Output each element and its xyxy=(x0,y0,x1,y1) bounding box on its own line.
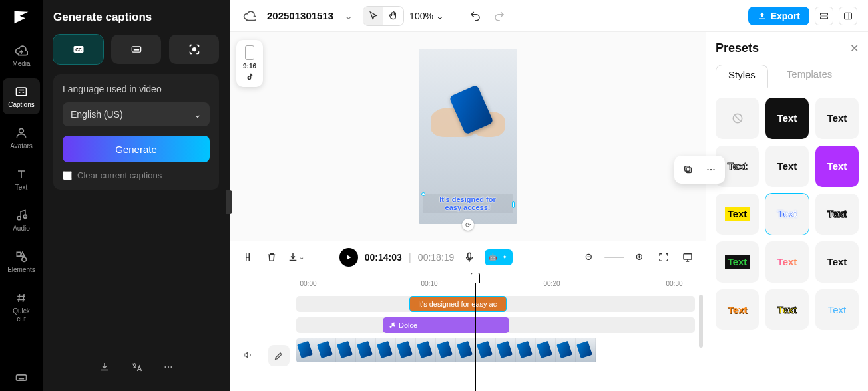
preset-style[interactable]: Text xyxy=(815,289,859,330)
clear-captions-row[interactable]: Clear current captions xyxy=(63,170,210,180)
caption-clip[interactable]: | It's designed for easy ac xyxy=(409,296,507,312)
refresh-icon[interactable]: ⟳ xyxy=(462,219,474,231)
ai-tools[interactable]: 🤖 ✦ xyxy=(485,249,513,265)
language-select[interactable]: English (US) ⌄ xyxy=(63,102,210,126)
fit-icon[interactable] xyxy=(655,249,672,266)
main-area: 202501301513 ⌄ 100% ⌄ Export 9:16 xyxy=(230,0,868,391)
subtab-scan[interactable] xyxy=(169,35,219,64)
preset-style[interactable]: Text xyxy=(815,146,859,187)
layout-icon[interactable] xyxy=(815,7,833,25)
preset-style[interactable]: Text xyxy=(765,289,809,330)
audio-track[interactable]: Dolce xyxy=(296,317,695,333)
caption-text: It's designed foreasy access! xyxy=(425,196,511,211)
rail-text[interactable]: Text xyxy=(3,161,40,197)
rail-captions[interactable]: Captions xyxy=(3,78,40,114)
rail-avatars[interactable]: Avatars xyxy=(3,120,40,156)
floating-toolbar xyxy=(674,156,725,184)
caption-track[interactable]: | It's designed for easy ac xyxy=(296,296,695,312)
volume-icon[interactable] xyxy=(239,346,256,364)
ratio-icon xyxy=(245,45,254,60)
hand-tool[interactable] xyxy=(383,7,403,25)
tab-templates[interactable]: Templates xyxy=(784,65,835,88)
caption-selection[interactable]: It's designed foreasy access! xyxy=(423,194,513,213)
play-button[interactable] xyxy=(339,248,358,267)
audio-clip[interactable]: Dolce xyxy=(383,317,509,333)
preset-style[interactable]: Text xyxy=(716,289,759,330)
preset-style[interactable]: Text xyxy=(765,146,809,187)
duplicate-icon[interactable] xyxy=(678,160,698,180)
app-logo xyxy=(12,8,31,27)
pointer-tool[interactable] xyxy=(363,7,383,25)
video-track[interactable] xyxy=(296,338,695,362)
svg-rect-26 xyxy=(684,253,692,259)
nav-rail: Media Captions Avatars Text Audio Elemen… xyxy=(0,0,43,391)
subtab-cc[interactable]: CC xyxy=(53,35,103,64)
more-icon[interactable] xyxy=(160,359,176,375)
preset-style[interactable]: Text xyxy=(716,241,759,283)
timeline[interactable]: 00:00 00:10 00:20 00:30 | It's designed … xyxy=(230,273,706,391)
ruler-tick-label: 00:20 xyxy=(543,280,560,287)
panel-toggle-icon[interactable] xyxy=(839,7,857,25)
preset-style[interactable]: Text xyxy=(815,241,859,283)
svg-point-27 xyxy=(390,326,392,328)
close-icon[interactable]: ✕ xyxy=(850,42,859,55)
topbar: 202501301513 ⌄ 100% ⌄ Export xyxy=(230,0,868,32)
export-button[interactable]: Export xyxy=(748,7,809,25)
tab-styles[interactable]: Styles xyxy=(716,65,768,88)
svg-point-22 xyxy=(713,169,714,170)
ratio-card[interactable]: 9:16 xyxy=(236,40,263,87)
svg-point-11 xyxy=(192,48,196,51)
delete-icon[interactable] xyxy=(263,249,280,266)
svg-point-14 xyxy=(170,366,172,368)
keyboard-icon[interactable] xyxy=(8,364,35,391)
download-icon[interactable] xyxy=(97,359,112,375)
mic-icon[interactable] xyxy=(461,249,478,266)
svg-point-5 xyxy=(22,257,27,262)
panel-collapse-handle[interactable] xyxy=(226,190,232,214)
canvas-viewport[interactable]: 9:16 It's designed foreasy access! ⟳ xyxy=(230,32,706,241)
selection-handle[interactable] xyxy=(512,201,515,208)
preset-style[interactable]: Text xyxy=(815,194,859,235)
preset-tabs: Styles Templates xyxy=(716,65,859,88)
rail-label: Elements xyxy=(7,266,35,274)
project-menu-chevron[interactable]: ⌄ xyxy=(339,7,357,25)
playhead[interactable] xyxy=(475,273,476,391)
cloud-sync-icon[interactable] xyxy=(240,7,259,25)
split-icon[interactable] xyxy=(239,249,256,266)
ai-sparkle-icon: ✦ xyxy=(499,252,510,263)
generate-button[interactable]: Generate xyxy=(63,136,210,162)
more-icon[interactable] xyxy=(701,160,721,180)
preset-style[interactable]: Text xyxy=(765,241,809,283)
translate-icon[interactable] xyxy=(128,359,144,375)
video-frame[interactable]: It's designed foreasy access! ⟳ xyxy=(419,49,517,224)
present-icon[interactable] xyxy=(679,249,696,266)
rail-audio[interactable]: Audio xyxy=(3,202,40,238)
preset-style-selected[interactable]: Text xyxy=(765,194,809,235)
selection-handle[interactable] xyxy=(421,192,425,196)
rail-quickcut[interactable]: Quick cut xyxy=(3,285,40,328)
tiktok-icon xyxy=(245,72,254,82)
svg-point-13 xyxy=(167,366,168,368)
download-small-icon[interactable]: ⌄ xyxy=(287,249,304,266)
rail-media[interactable]: Media xyxy=(3,37,40,73)
preset-none[interactable] xyxy=(716,98,759,139)
zoom-slider[interactable] xyxy=(604,257,624,258)
canvas-column: 9:16 It's designed foreasy access! ⟳ xyxy=(230,32,706,391)
subtab-subtitle[interactable] xyxy=(111,35,161,64)
svg-rect-0 xyxy=(17,88,27,96)
quickcut-icon xyxy=(13,290,29,306)
rail-elements[interactable]: Elements xyxy=(3,243,40,279)
clear-checkbox[interactable] xyxy=(63,171,72,180)
preset-style[interactable]: Text xyxy=(716,194,759,235)
zoom-control[interactable]: 100% ⌄ xyxy=(409,11,444,21)
preset-style[interactable]: Text xyxy=(765,98,809,139)
zoom-out-icon[interactable] xyxy=(580,249,598,266)
language-box: Language used in video English (US) ⌄ Ge… xyxy=(53,74,219,190)
edit-track-icon[interactable] xyxy=(268,345,290,366)
undo-button[interactable] xyxy=(466,7,485,25)
preset-style[interactable]: Text xyxy=(815,98,859,139)
timeline-scrollbar[interactable] xyxy=(699,295,703,348)
zoom-in-icon[interactable] xyxy=(631,249,648,266)
redo-button[interactable] xyxy=(490,7,509,25)
timeline-ruler[interactable]: 00:00 00:10 00:20 00:30 xyxy=(230,273,706,291)
